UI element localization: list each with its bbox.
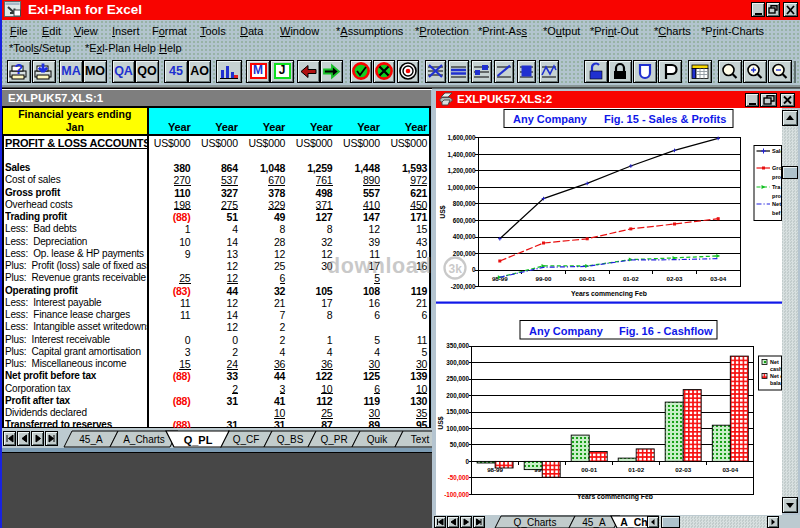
svg-text:Tra: Tra [772, 184, 781, 190]
svg-text:1,600,000: 1,600,000 [447, 134, 476, 142]
svg-text:100,000: 100,000 [446, 425, 469, 433]
svg-text:03-04: 03-04 [710, 275, 726, 282]
svg-text:50,000: 50,000 [450, 441, 470, 449]
svg-text:pro: pro [772, 174, 782, 180]
svg-text:Net: Net [770, 359, 779, 365]
svg-text:bala: bala [770, 380, 782, 386]
svg-text:Q_Charts: Q_Charts [514, 517, 557, 528]
svg-text:Text: Text [411, 434, 430, 445]
svg-text:800,000: 800,000 [453, 200, 476, 208]
svg-text:Gro: Gro [772, 165, 782, 171]
svg-text:600,000: 600,000 [453, 217, 476, 225]
svg-text:400,000: 400,000 [453, 233, 476, 241]
svg-text:?: ? [15, 62, 24, 77]
svg-text:pro: pro [772, 193, 782, 199]
svg-text:A_Charts: A_Charts [123, 434, 165, 445]
svg-text:Sale: Sale [772, 148, 782, 154]
svg-text:01-02: 01-02 [623, 275, 639, 282]
svg-text:bef: bef [772, 210, 781, 216]
svg-text:0: 0 [466, 458, 470, 465]
svg-text:Q_PR: Q_PR [320, 434, 347, 445]
svg-text:Fig. 15 - Sales & Profits: Fig. 15 - Sales & Profits [604, 113, 726, 125]
svg-text:45_A: 45_A [582, 517, 606, 528]
svg-text:3k: 3k [449, 261, 463, 275]
svg-text:Years commencing Feb: Years commencing Feb [577, 493, 653, 501]
svg-text:1,000,000: 1,000,000 [447, 184, 476, 192]
svg-text:02-03: 02-03 [667, 275, 683, 282]
svg-text:-100,000: -100,000 [444, 491, 469, 499]
svg-text:1,400,000: 1,400,000 [447, 151, 476, 159]
svg-text:00-01: 00-01 [579, 275, 595, 282]
svg-text:200,000: 200,000 [446, 392, 469, 400]
svg-text:45_A: 45_A [79, 434, 103, 445]
svg-text:-50,000: -50,000 [448, 474, 470, 482]
svg-text:Any Company: Any Company [513, 113, 588, 125]
svg-text:00-01: 00-01 [581, 466, 597, 473]
svg-text:A_Ch: A_Ch [620, 516, 647, 528]
svg-text:Q_BS: Q_BS [277, 434, 304, 445]
svg-text:cash: cash [770, 366, 782, 372]
svg-text:99-00: 99-00 [536, 275, 552, 282]
svg-text:350,000: 350,000 [446, 342, 469, 350]
svg-text:250,000: 250,000 [446, 375, 469, 383]
svg-text:01-02: 01-02 [628, 466, 644, 473]
svg-text:Net c: Net c [770, 373, 782, 379]
svg-text:300,000: 300,000 [446, 359, 469, 367]
svg-text:US$: US$ [439, 205, 447, 218]
svg-text:Any Company: Any Company [529, 325, 604, 337]
svg-text:03-04: 03-04 [722, 466, 738, 473]
svg-text:1,200,000: 1,200,000 [447, 167, 476, 175]
svg-text:US$: US$ [437, 416, 445, 429]
svg-text:Q_CF: Q_CF [233, 434, 260, 445]
svg-text:Years commencing Feb: Years commencing Feb [571, 290, 647, 298]
svg-text:150,000: 150,000 [446, 408, 469, 416]
svg-text:Net: Net [772, 201, 781, 207]
svg-text:02-03: 02-03 [675, 466, 691, 473]
svg-text:Q_PL: Q_PL [184, 434, 213, 446]
svg-text:Quik: Quik [367, 434, 389, 445]
svg-text:Fig. 16 - Cashflow: Fig. 16 - Cashflow [619, 325, 713, 337]
